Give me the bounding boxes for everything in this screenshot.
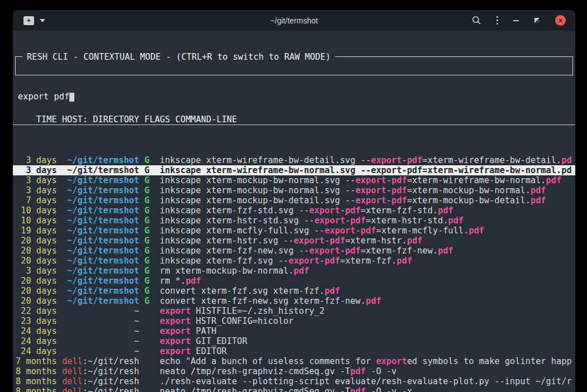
history-row[interactable]: 20 days~/git/termshotGconvert xterm-fzf.…	[13, 286, 575, 296]
history-row-selected[interactable]: 3 days~/git/termshotGinkscape xterm-wire…	[13, 165, 575, 175]
history-row[interactable]: 23 days~export HSTR_CONFIG=hicolor	[13, 316, 575, 326]
history-row[interactable]: 22 days~export HISTFILE=~/.zsh_history_2	[13, 306, 575, 316]
menu-button[interactable]	[496, 15, 499, 26]
history-row[interactable]: 20 days~/git/termshotGrm *.pdf	[13, 276, 575, 286]
history-row[interactable]: 3 days~/git/termshotGinkscape xterm-mock…	[13, 175, 575, 185]
history-row[interactable]: 3 days~/git/termshotGinkscape xterm-mock…	[13, 185, 575, 195]
restore-icon	[534, 17, 540, 23]
history-row[interactable]: 10 days~/git/termshotGinkscape xterm-hst…	[13, 216, 575, 226]
history-row[interactable]: 20 days~/git/termshotGinkscape xterm-hst…	[13, 236, 575, 246]
text-cursor	[69, 93, 74, 102]
history-row[interactable]: 3 days~/git/termshotGinkscape xterm-wire…	[13, 155, 575, 165]
search-icon	[472, 16, 481, 25]
history-row[interactable]: 24 days~export GIT_EDITOR	[13, 336, 575, 346]
history-row[interactable]: 8 monthsdell:~/git/reshneato /tmp/resh-g…	[13, 366, 575, 376]
history-row[interactable]: 8 monthsdell:~/git/resh./resh-evaluate -…	[13, 376, 575, 386]
minimize-icon	[513, 20, 519, 21]
search-panel-title: RESH CLI - CONTEXTUAL MODE - (CTRL+R to …	[22, 52, 335, 62]
search-query-text: export pdf	[18, 92, 69, 102]
kebab-menu-icon	[496, 16, 499, 25]
new-tab-button[interactable]: +	[23, 16, 34, 25]
history-list: 3 days~/git/termshotGinkscape xterm-wire…	[13, 155, 575, 392]
chevron-down-icon[interactable]	[40, 19, 45, 22]
search-panel: RESH CLI - CONTEXTUAL MODE - (CTRL+R to …	[15, 56, 573, 75]
close-button[interactable]: x	[555, 15, 566, 26]
history-row[interactable]: 24 days~export PATH	[13, 326, 575, 336]
minimize-button[interactable]	[513, 15, 519, 26]
history-row[interactable]: 3 days~/git/termshotGrm xterm-mockup-bw-…	[13, 266, 575, 276]
history-row[interactable]: 24 days~export EDITOR	[13, 346, 575, 356]
titlebar: + ~/git/termshot x	[13, 10, 575, 31]
history-row[interactable]: 19 days~/git/termshotGinkscape xterm-mcf…	[13, 226, 575, 236]
restore-button[interactable]	[534, 15, 540, 26]
search-input[interactable]: export pdf	[16, 87, 572, 102]
history-row[interactable]: 20 days~/git/termshotGinkscape xterm-fzf…	[13, 246, 575, 256]
history-row[interactable]: 8 monthsdell:~/git/reshneato /tmp/resh-g…	[13, 386, 575, 392]
terminal-window: + ~/git/termshot x	[13, 10, 575, 392]
history-row[interactable]: 20 days~/git/termshotGinkscape xterm-fzf…	[13, 256, 575, 266]
terminal-body: RESH CLI - CONTEXTUAL MODE - (CTRL+R to …	[13, 31, 575, 392]
search-button[interactable]	[472, 15, 481, 26]
history-row[interactable]: 20 days~/git/termshotGconvert xterm-fzf-…	[13, 296, 575, 306]
history-row[interactable]: 10 days~/git/termshotGinkscape xterm-fzf…	[13, 205, 575, 216]
history-row[interactable]: 7 days~/git/termshotGinkscape xterm-mock…	[13, 195, 575, 205]
history-row[interactable]: 7 monthsdell:~/git/reshecho "Add a bunch…	[13, 356, 575, 366]
